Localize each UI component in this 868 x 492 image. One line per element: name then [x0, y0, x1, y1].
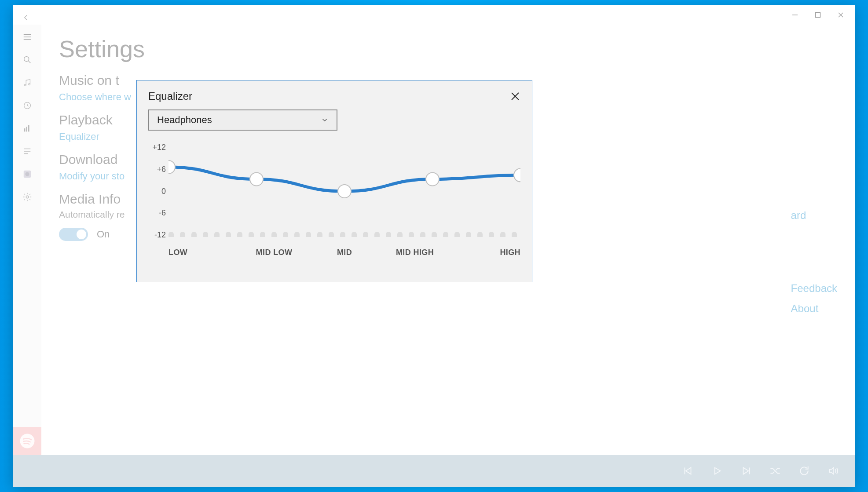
eq-handle[interactable]: [338, 185, 351, 198]
equalizer-chart: +12 +6 0 -6 -12 LOWMID LOWMIDMID HIGHHIG…: [148, 143, 520, 257]
eq-handle[interactable]: [168, 160, 175, 174]
equalizer-dialog: Equalizer Headphones +12 +6 0 -6 -12 LOW…: [136, 80, 532, 282]
eq-curve[interactable]: [168, 143, 520, 240]
preset-select[interactable]: Headphones: [148, 109, 337, 131]
eq-handle[interactable]: [250, 173, 263, 186]
y-axis-labels: +12 +6 0 -6 -12: [148, 143, 168, 240]
app-window: Settings Music on t Choose where w Playb…: [13, 5, 855, 487]
chevron-down-icon: [321, 116, 329, 124]
x-axis-labels: LOWMID LOWMIDMID HIGHHIGH: [168, 248, 520, 257]
eq-handle[interactable]: [426, 173, 439, 186]
eq-baseline-dots: [168, 231, 520, 237]
dialog-close-button[interactable]: [510, 91, 520, 102]
dialog-title: Equalizer: [148, 90, 192, 102]
preset-select-value: Headphones: [157, 114, 212, 126]
eq-handle[interactable]: [514, 168, 520, 182]
